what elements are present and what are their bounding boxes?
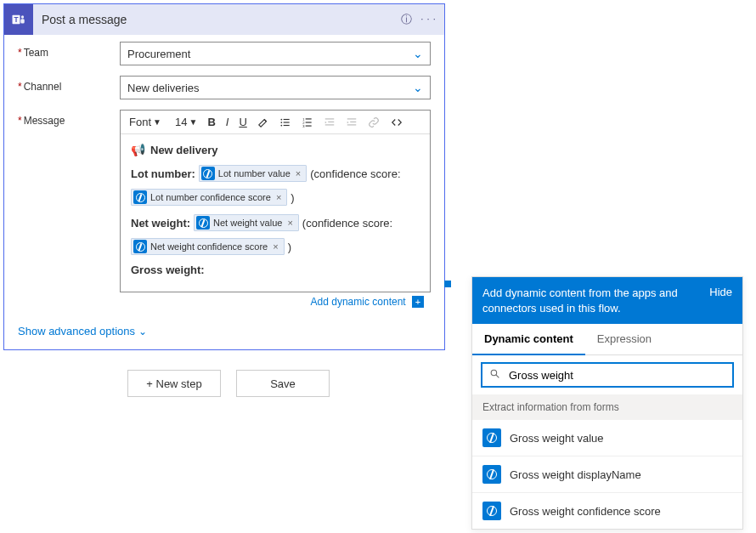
token-net-value[interactable]: Net weight value × — [194, 214, 299, 231]
svg-rect-3 — [20, 19, 25, 23]
post-message-card: T Post a message ⓘ · · · *Team Procureme… — [3, 3, 445, 350]
ai-form-icon — [201, 167, 215, 180]
editor-line-net-conf: Net weight confidence score × ) — [131, 238, 420, 255]
channel-select[interactable]: New deliveries ⌄ — [120, 76, 431, 99]
svg-line-23 — [496, 375, 499, 377]
remove-token-icon[interactable]: × — [274, 192, 283, 202]
svg-point-6 — [280, 122, 282, 123]
ai-form-icon — [482, 502, 501, 520]
code-view-button[interactable] — [386, 115, 407, 130]
indent-button[interactable] — [342, 115, 361, 130]
numbered-list-button[interactable]: 123 — [298, 115, 317, 130]
help-icon[interactable]: ⓘ — [401, 12, 412, 27]
megaphone-icon: 📢 — [131, 143, 145, 156]
editor-line-lot: Lot number: Lot number value × (confiden… — [131, 165, 420, 182]
svg-rect-19 — [347, 118, 357, 119]
chevron-down-icon: ⌄ — [413, 47, 423, 60]
editor-line-gross: Gross weight: — [131, 264, 420, 276]
editor-line-lot-conf: Lot number confidence score × ) — [131, 189, 420, 206]
svg-point-2 — [21, 15, 24, 18]
ai-form-icon — [133, 240, 147, 253]
remove-token-icon[interactable]: × — [285, 218, 294, 228]
teams-icon: T — [4, 4, 33, 35]
dyn-panel-header: Add dynamic content from the apps and co… — [472, 277, 742, 324]
dyn-search-input[interactable] — [507, 368, 725, 383]
svg-point-4 — [280, 118, 282, 120]
highlight-button[interactable] — [254, 115, 273, 130]
add-dynamic-row: Add dynamic content + — [120, 292, 431, 313]
field-message-label: *Message — [18, 110, 120, 127]
tab-dynamic-content[interactable]: Dynamic content — [472, 324, 585, 355]
hide-link[interactable]: Hide — [709, 286, 732, 298]
dyn-tabs: Dynamic content Expression — [472, 324, 742, 355]
underline-button[interactable]: U — [235, 114, 250, 130]
field-message-row: *Message Font▼ 14▼ B I U 123 — [4, 103, 444, 316]
outdent-button[interactable] — [320, 115, 339, 130]
plus-icon[interactable]: + — [412, 296, 424, 308]
dyn-item-gross-value[interactable]: Gross weight value — [472, 420, 742, 456]
ai-form-icon — [482, 465, 501, 484]
channel-select-value: New deliveries — [127, 82, 200, 94]
more-icon[interactable]: · · · — [420, 12, 436, 27]
token-lot-conf[interactable]: Lot number confidence score × — [131, 189, 287, 206]
team-select[interactable]: Procurement ⌄ — [120, 42, 431, 65]
field-team-label: *Team — [18, 42, 120, 59]
svg-rect-20 — [350, 121, 356, 122]
svg-text:T: T — [14, 16, 18, 24]
svg-point-22 — [491, 370, 497, 376]
message-editor: Font▼ 14▼ B I U 123 — [120, 110, 431, 292]
show-advanced-row: Show advanced options⌄ — [4, 316, 444, 349]
remove-token-icon[interactable]: × — [294, 168, 302, 179]
card-header: T Post a message ⓘ · · · — [4, 4, 444, 35]
card-title: Post a message — [33, 13, 401, 26]
field-channel-row: *Channel New deliveries ⌄ — [4, 69, 444, 103]
chevron-down-icon: ⌄ — [413, 81, 423, 94]
font-select[interactable]: Font▼ — [126, 114, 168, 130]
search-icon — [489, 368, 500, 382]
ai-form-icon — [196, 216, 210, 230]
team-select-value: Procurement — [127, 48, 190, 60]
save-button[interactable]: Save — [236, 370, 330, 397]
editor-heading: 📢 New delivery — [131, 143, 420, 156]
italic-button[interactable]: I — [223, 114, 233, 130]
show-advanced-link[interactable]: Show advanced options⌄ — [18, 325, 147, 337]
bold-button[interactable]: B — [204, 114, 218, 130]
ai-form-icon — [482, 428, 501, 447]
svg-rect-9 — [283, 124, 289, 125]
svg-rect-5 — [283, 118, 289, 119]
svg-rect-18 — [325, 124, 335, 125]
svg-rect-16 — [325, 118, 335, 119]
svg-text:3: 3 — [302, 123, 305, 128]
font-size-select[interactable]: 14▼ — [172, 114, 200, 130]
ai-form-icon — [133, 190, 147, 204]
svg-rect-7 — [283, 122, 289, 122]
field-channel-label: *Channel — [18, 76, 120, 93]
token-net-conf[interactable]: Net weight confidence score × — [131, 238, 285, 255]
dyn-search-wrap — [472, 355, 742, 394]
footer-buttons: + New step Save — [127, 370, 330, 397]
remove-token-icon[interactable]: × — [271, 241, 279, 252]
dyn-search[interactable] — [481, 362, 734, 388]
chevron-down-icon: ⌄ — [138, 326, 147, 337]
dyn-item-gross-displayname[interactable]: Gross weight displayName — [472, 456, 742, 493]
svg-rect-13 — [305, 122, 311, 122]
field-team-row: *Team Procurement ⌄ — [4, 35, 444, 69]
editor-body[interactable]: 📢 New delivery Lot number: Lot number va… — [121, 134, 430, 292]
add-dynamic-link[interactable]: Add dynamic content — [311, 296, 406, 308]
bullet-list-button[interactable] — [276, 115, 295, 130]
new-step-button[interactable]: + New step — [127, 370, 221, 397]
token-lot-value[interactable]: Lot number value × — [199, 165, 307, 182]
svg-rect-15 — [305, 125, 311, 126]
svg-rect-11 — [305, 118, 311, 119]
link-button[interactable] — [364, 115, 383, 130]
svg-point-8 — [280, 124, 282, 126]
svg-rect-17 — [328, 121, 334, 122]
editor-line-net: Net weight: Net weight value × (confiden… — [131, 214, 420, 231]
dyn-section-header: Extract information from forms — [472, 394, 742, 420]
dynamic-content-panel: Add dynamic content from the apps and co… — [471, 276, 743, 530]
connector-handle[interactable] — [444, 281, 451, 287]
svg-rect-21 — [347, 124, 357, 125]
editor-toolbar: Font▼ 14▼ B I U 123 — [121, 111, 430, 134]
tab-expression[interactable]: Expression — [585, 324, 663, 354]
dyn-item-gross-confidence[interactable]: Gross weight confidence score — [472, 493, 742, 529]
